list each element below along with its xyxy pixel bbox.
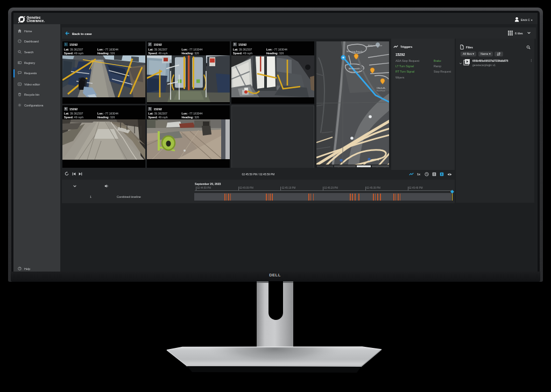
svg-text:Fast Food - $: Fast Food - $ xyxy=(349,70,360,73)
svg-text:Ridgeville Car: Ridgeville Car xyxy=(368,44,383,47)
svg-text:Chick-fil-: Chick-fil- xyxy=(377,87,386,89)
svg-text:McDonald's: McDonald's xyxy=(349,67,361,70)
svg-text:?: ? xyxy=(19,267,20,270)
svg-text:Fast Food: Fast Food xyxy=(377,90,385,92)
svg-text:Manning Angels: Manning Angels xyxy=(347,50,363,53)
